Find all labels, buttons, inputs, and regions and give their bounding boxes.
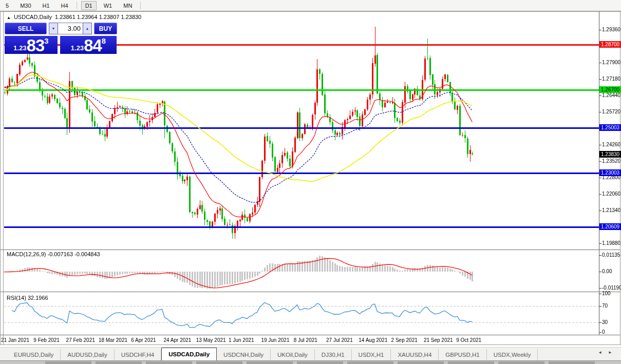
rsi-axis-tick: 70 (602, 303, 608, 309)
symbol-tab-bar: EURUSD,DailyAUDUSD,DailyUSDCHF,H4USDCAD,… (0, 347, 621, 360)
price-label-blue-lower: 1.20609 (599, 223, 621, 230)
taskbar-segment[interactable] (247, 361, 293, 364)
ask-pip-digit: 8 (102, 36, 106, 45)
price-label-blue-middle: 1.23003 (599, 169, 621, 176)
window-border-bottom (0, 344, 621, 345)
price-tick: 1.26440 (602, 92, 620, 98)
taskbar-segment[interactable] (196, 361, 242, 364)
tab-scroll-left-icon[interactable]: ◄ (598, 350, 608, 355)
date-tick: 14 Aug 2021 (359, 337, 387, 343)
ask-big-digits: 84 (84, 38, 102, 53)
period-toolbar: 5M30H1H4D1W1MN (0, 0, 621, 11)
date-separator (1, 335, 620, 335)
period-button-h4[interactable]: H4 (57, 1, 72, 10)
price-tick: 1.27900 (602, 60, 620, 65)
symbol-tab-usdx[interactable]: USDX,H1 (352, 349, 391, 360)
taskbar-segment[interactable] (448, 361, 494, 364)
bid-price-box[interactable]: 1.23 83 3 (5, 36, 58, 54)
chart-title: ▲USDCAD,Daily 1.23861 1.23964 1.23807 1.… (7, 14, 141, 20)
taskbar-segment[interactable] (398, 361, 444, 364)
symbol-tab-usdcad[interactable]: USDCAD,Daily (161, 348, 217, 360)
date-tick: 2 Sep 2021 (391, 337, 418, 343)
collapse-panel-icon[interactable]: ▲ (7, 15, 11, 20)
macd-axis-tick: 0.01135 (602, 252, 620, 258)
date-tick: 21 Jan 2021 (1, 337, 29, 343)
symbol-tab-usdchf[interactable]: USDCHF,H4 (115, 349, 162, 360)
volume-input[interactable] (58, 23, 83, 34)
taskbar-segment[interactable] (347, 361, 393, 364)
taskbar-segment[interactable] (498, 361, 544, 364)
symbol-tab-xauusd[interactable]: XAUUSD,H4 (391, 349, 439, 360)
taskbar-segment[interactable] (549, 361, 595, 364)
price-tick: 1.24260 (602, 142, 620, 147)
price-label-resistance: 1.28700 (599, 41, 621, 48)
price-tick: 1.23520 (602, 158, 620, 164)
date-tick: 21 Sep 2021 (424, 337, 453, 343)
symbol-tab-dj30[interactable]: DJ30,H1 (315, 349, 352, 360)
sell-button[interactable]: SELL (5, 23, 47, 34)
taskbar-segment[interactable] (45, 361, 91, 364)
tab-scroll-arrows[interactable]: ◄► (598, 350, 618, 355)
rsi-legend: RSI(14) 32.1966 (7, 295, 48, 301)
date-tick: 8 Jul 2021 (294, 337, 317, 343)
price-tick: 1.22060 (602, 191, 620, 197)
taskbar-segment[interactable] (96, 361, 142, 364)
price-label-green-level: 1.26700 (599, 86, 621, 93)
ask-prefix: 1.23 (71, 44, 84, 52)
price-tick: 1.29360 (602, 27, 620, 32)
period-button-d1[interactable]: D1 (81, 1, 97, 10)
price-tick: 1.21340 (602, 207, 620, 213)
volume-increase-icon[interactable]: ▲ (83, 23, 92, 34)
date-tick: 6 Apr 2021 (131, 337, 156, 343)
date-tick: 18 Mar 2021 (99, 337, 127, 343)
period-button-h1[interactable]: H1 (39, 1, 54, 10)
price-label-blue-upper: 1.25003 (599, 124, 621, 131)
date-tick: 9 Feb 2021 (33, 337, 60, 343)
period-button-mn[interactable]: MN (119, 1, 136, 10)
window-border-top (0, 11, 621, 12)
macd-axis-tick: -0.01190 (602, 285, 621, 291)
date-tick: 9 Oct 2021 (456, 337, 481, 343)
chart-symbol-title: USDCAD,Daily (14, 14, 52, 20)
symbol-tab-gbpusd[interactable]: GBPUSD,H1 (439, 349, 486, 360)
macd-legend: MACD(12,26,9) -0.007163 -0.004843 (7, 251, 100, 257)
price-tick: 1.19880 (602, 240, 620, 246)
rsi-axis-tick: 30 (602, 319, 608, 325)
ask-price-box[interactable]: 1.23 84 8 (60, 36, 117, 54)
window-border-left-outer (0, 11, 1, 345)
rsi-separator-top[interactable] (1, 292, 620, 292)
one-click-trade-panel: SELL ▼ ▲ BUY 1.23 83 3 1.23 84 8 (5, 23, 117, 54)
symbol-tab-usdx[interactable]: USDX,Weekly (487, 349, 538, 360)
date-tick: 24 Apr 2021 (164, 337, 192, 343)
period-button-w1[interactable]: W1 (100, 1, 117, 10)
taskbar-segment[interactable] (146, 361, 192, 364)
date-tick: 13 May 2021 (196, 337, 226, 343)
toolbar-separator (140, 2, 141, 9)
tab-scroll-right-icon[interactable]: ► (608, 350, 618, 355)
price-label-current: 1.23830 (599, 151, 621, 158)
date-tick: 1 Jun 2021 (229, 337, 254, 343)
mt4-terminal: 5M30H1H4D1W1MN ▲USDCAD,Daily 1.23861 1.2… (0, 0, 621, 364)
volume-decrease-icon[interactable]: ▼ (49, 23, 58, 34)
bid-big-digits: 83 (27, 38, 45, 53)
period-button-5[interactable]: 5 (2, 1, 13, 10)
buy-button[interactable]: BUY (94, 23, 117, 34)
date-tick: 19 Jun 2021 (261, 337, 289, 343)
rsi-axis-tick: 100 (602, 291, 611, 296)
price-tick: 1.25720 (602, 109, 620, 114)
macd-axis-tick: 0.00 (602, 269, 612, 274)
symbol-tab-ukoil[interactable]: UKOil,Daily (271, 349, 315, 360)
symbol-tab-usdcnh[interactable]: USDCNH,Daily (217, 349, 271, 360)
window-border-left-inner (3, 11, 4, 345)
bid-prefix: 1.23 (13, 44, 26, 52)
rsi-axis-tick: 0 (602, 329, 605, 335)
symbol-tab-eurusd[interactable]: EURUSD,Daily (7, 349, 61, 360)
date-tick: 27 Feb 2021 (66, 337, 95, 343)
bid-pip-digit: 3 (44, 36, 48, 45)
macd-separator-top[interactable] (1, 250, 620, 250)
symbol-tab-audusd[interactable]: AUDUSD,Daily (61, 349, 114, 360)
price-tick: 1.27180 (602, 76, 620, 82)
taskbar-segment[interactable] (297, 361, 343, 364)
date-tick: 27 Jul 2021 (326, 337, 353, 343)
period-button-m30[interactable]: M30 (16, 1, 35, 10)
